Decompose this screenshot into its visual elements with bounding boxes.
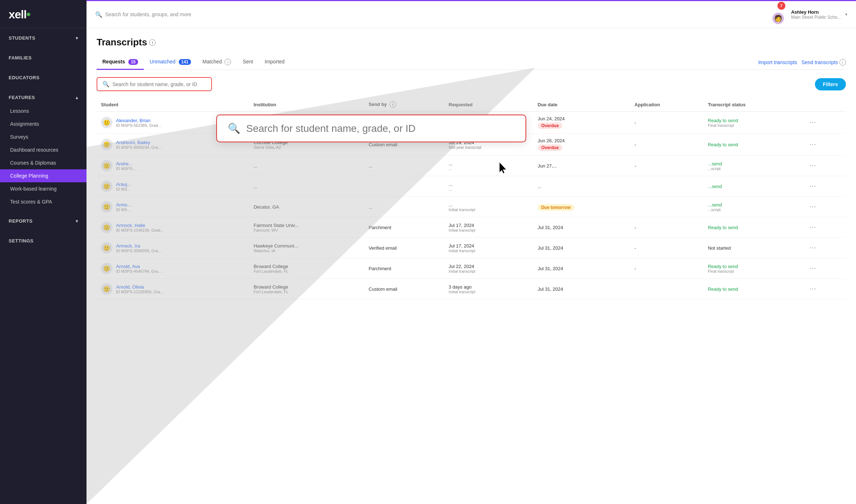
filters-button[interactable]: Filters xyxy=(815,78,846,90)
import-transcripts-button[interactable]: Import transcripts xyxy=(758,59,797,65)
sidebar-item-courses-diplomas[interactable]: Courses & Diplomas xyxy=(0,156,87,169)
student-avatar: 🙂 xyxy=(101,160,112,171)
student-name[interactable]: Alexander, Brian xyxy=(116,118,161,123)
tabs-actions: Import transcripts Send transcripts i xyxy=(758,59,846,66)
matched-info-icon[interactable]: i xyxy=(225,59,231,65)
page-title: Transcripts i xyxy=(97,37,846,48)
student-id: ID MSPS-562389, Grad... xyxy=(116,123,161,128)
student-id: ID MSPS-3568358, Gra... xyxy=(116,249,161,253)
search-box[interactable]: 🔍 xyxy=(97,77,212,91)
student-name[interactable]: Armock, Halle xyxy=(116,223,163,228)
student-name[interactable]: Arnold, Ava xyxy=(116,264,161,269)
sidebar-item-work-based-learning[interactable]: Work-based learning xyxy=(0,182,87,195)
application-value: - xyxy=(635,225,636,230)
application-value: - xyxy=(635,266,636,271)
student-avatar: 🙂 xyxy=(101,139,112,150)
notification-area[interactable]: 7 🧑 xyxy=(772,5,784,24)
student-id: ID MS... xyxy=(116,187,131,191)
student-avatar: 🙂 xyxy=(101,180,112,192)
sidebar-item-college-planning[interactable]: College Planning xyxy=(0,169,87,182)
row-more-button[interactable]: ··· xyxy=(807,118,819,127)
row-more-button[interactable]: ··· xyxy=(807,161,819,170)
sidebar-item-test-scores-gpa[interactable]: Test scores & GPA xyxy=(0,195,87,208)
send-transcripts-button[interactable]: Send transcripts i xyxy=(802,59,846,66)
requested-type: Initial transcript xyxy=(449,290,529,294)
student-avatar: 🙂 xyxy=(101,117,112,128)
row-more-button[interactable]: ··· xyxy=(807,264,819,273)
send-by-info-icon[interactable]: i xyxy=(390,101,396,108)
sidebar-section-features: FEATURES ▴ Lessons Assignments Surveys D… xyxy=(0,88,87,211)
topbar-search-area[interactable]: 🔍 Search for students, groups, and more xyxy=(95,11,191,18)
send-by-value: Custom email xyxy=(369,142,397,147)
tab-unmatched[interactable]: Unmatched 141 xyxy=(144,55,197,70)
requested-type: Initial transcript xyxy=(449,269,529,273)
row-more-button[interactable]: ··· xyxy=(807,223,819,232)
transcript-sub: Final transcript xyxy=(708,123,799,128)
transcript-status: Not started xyxy=(708,245,799,251)
sidebar-section-reports: REPORTS ▾ xyxy=(0,211,87,231)
institution-name: Fairmont State Univ... xyxy=(254,223,360,228)
transcript-status: ...send xyxy=(708,161,799,166)
student-name[interactable]: Andre... xyxy=(116,161,137,166)
table-row: 🙂 Arnold, Olivia ID MSPS-11228956, Gra..… xyxy=(97,279,846,299)
row-more-button[interactable]: ··· xyxy=(807,284,819,294)
student-name[interactable]: Armock, Ira xyxy=(116,243,161,249)
sidebar-item-surveys[interactable]: Surveys xyxy=(0,130,87,143)
student-name[interactable]: Armo... xyxy=(116,202,131,208)
send-transcripts-info-icon[interactable]: i xyxy=(839,59,846,66)
student-name[interactable]: Arnold, Olivia xyxy=(116,284,163,290)
send-by-value: ... xyxy=(369,204,373,210)
sidebar-item-families[interactable]: FAMILIES xyxy=(0,51,87,65)
sidebar-section-settings: SETTINGS xyxy=(0,231,87,251)
tab-sent[interactable]: Sent xyxy=(237,55,259,70)
row-more-button[interactable]: ··· xyxy=(807,202,819,211)
requested-type: Initial transcript xyxy=(449,228,529,232)
sidebar-item-students[interactable]: STUDENTS ▾ xyxy=(0,31,87,45)
chevron-down-icon-reports: ▾ xyxy=(76,219,78,224)
requested-date: Jul 17, 2024 xyxy=(449,243,529,249)
content-area: Transcripts i Requests 15 Unmatched 141 … xyxy=(87,28,856,504)
table-row: 🙂 Arnold, Ava ID MSPS-4545784, Gra... Br… xyxy=(97,258,846,279)
requested-type: Initial transcript xyxy=(449,208,529,212)
col-application: Application xyxy=(630,98,704,112)
row-more-button[interactable]: ··· xyxy=(807,140,819,149)
overlay-search-input[interactable] xyxy=(246,123,515,134)
col-send-by: Send by i xyxy=(364,98,444,112)
transcripts-info-icon[interactable]: i xyxy=(149,39,156,46)
sidebar-item-assignments[interactable]: Assignments xyxy=(0,117,87,130)
overlay-search-box[interactable]: 🔍 xyxy=(216,115,526,142)
application-value: - xyxy=(635,245,636,251)
col-institution: Institution xyxy=(249,98,364,112)
transcript-status: Ready to send xyxy=(708,286,799,292)
send-by-value: Custom email xyxy=(369,286,397,292)
tab-requests[interactable]: Requests 15 xyxy=(97,55,144,70)
requested-type: Mid-year transcript xyxy=(449,145,529,150)
student-id: ID MSPS-... xyxy=(116,166,137,171)
table-row: 🙂 Armock, Halle ID MSPS-1548156, Grad...… xyxy=(97,217,846,238)
student-name[interactable]: Arauj... xyxy=(116,182,131,187)
topbar: 🔍 Search for students, groups, and more … xyxy=(87,0,856,28)
user-school: Main Street Public Scho... xyxy=(791,15,841,20)
dropdown-arrow-icon[interactable]: ▾ xyxy=(845,12,847,17)
requested-date: Jul 17, 2024 xyxy=(449,223,529,228)
row-more-button[interactable]: ··· xyxy=(807,182,819,191)
student-name[interactable]: Andreoni, Bailey xyxy=(116,140,161,145)
sidebar-item-settings[interactable]: SETTINGS xyxy=(0,234,87,248)
sidebar-item-lessons[interactable]: Lessons xyxy=(0,104,87,117)
transcript-status: ...send xyxy=(708,184,799,189)
tab-matched[interactable]: Matched i xyxy=(197,55,237,70)
sidebar-item-educators[interactable]: EDUCATORS xyxy=(0,71,87,85)
col-transcript-status: Transcript status xyxy=(704,98,803,112)
tabs: Requests 15 Unmatched 141 Matched i Sent… xyxy=(97,55,290,70)
search-input[interactable] xyxy=(112,81,206,87)
sidebar-item-reports[interactable]: REPORTS ▾ xyxy=(0,214,87,228)
send-by-value: Parchment xyxy=(369,266,391,271)
requested-date: ... xyxy=(449,202,529,208)
row-more-button[interactable]: ··· xyxy=(807,243,819,253)
student-id: ID MSPS-1548156, Grad... xyxy=(116,228,163,232)
logo-dot xyxy=(27,13,30,16)
tab-imported[interactable]: Imported xyxy=(259,55,290,70)
sidebar-item-dashboard-resources[interactable]: Dashboard resources xyxy=(0,143,87,156)
sidebar-item-features[interactable]: FEATURES ▴ xyxy=(0,90,87,104)
table-row: 🙂 Armock, Ira ID MSPS-3568358, Gra... Ha… xyxy=(97,238,846,258)
